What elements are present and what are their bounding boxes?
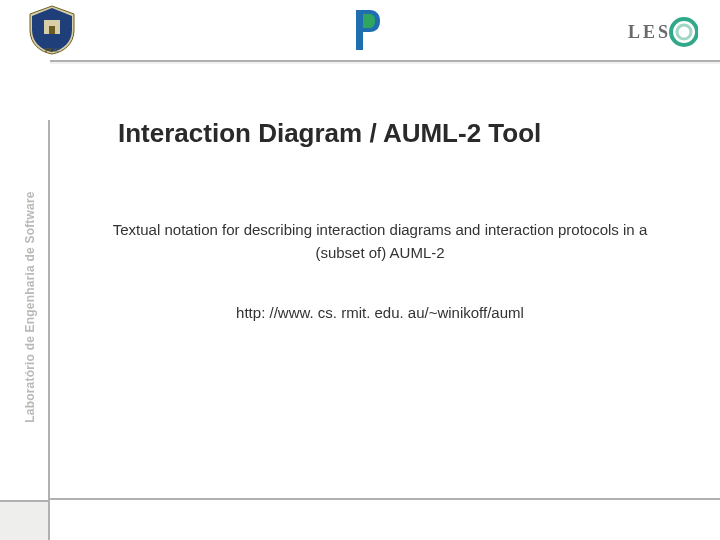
les-logo-icon: LES: [626, 14, 698, 50]
svg-text:PUC: PUC: [45, 46, 59, 54]
footer-corner-block: [0, 500, 50, 540]
center-mark-logo: [350, 8, 382, 52]
sidebar-label: Laboratório de Engenharia de Software: [23, 157, 37, 457]
sidebar-top-gap: [0, 60, 50, 120]
svg-rect-3: [356, 10, 363, 50]
crest-icon: PUC: [22, 4, 82, 56]
slide: PUC LES Laboratório de Engenharia de Sof…: [0, 0, 720, 540]
svg-rect-1: [49, 26, 55, 34]
svg-point-4: [671, 19, 697, 45]
footer-bar: [0, 500, 720, 540]
svg-text:LES: LES: [628, 22, 671, 42]
header-bar: PUC LES: [0, 0, 720, 60]
description-text: Textual notation for describing interact…: [70, 219, 690, 264]
svg-point-5: [677, 25, 691, 39]
les-logo: LES: [626, 14, 698, 50]
header-divider: [50, 60, 720, 62]
page-title: Interaction Diagram / AUML-2 Tool: [70, 118, 690, 149]
p-mark-icon: [350, 8, 382, 52]
content-area: Interaction Diagram / AUML-2 Tool Textua…: [70, 80, 690, 480]
reference-url: http: //www. cs. rmit. edu. au/~winikoff…: [70, 304, 690, 321]
puc-rio-logo: PUC: [22, 4, 82, 56]
